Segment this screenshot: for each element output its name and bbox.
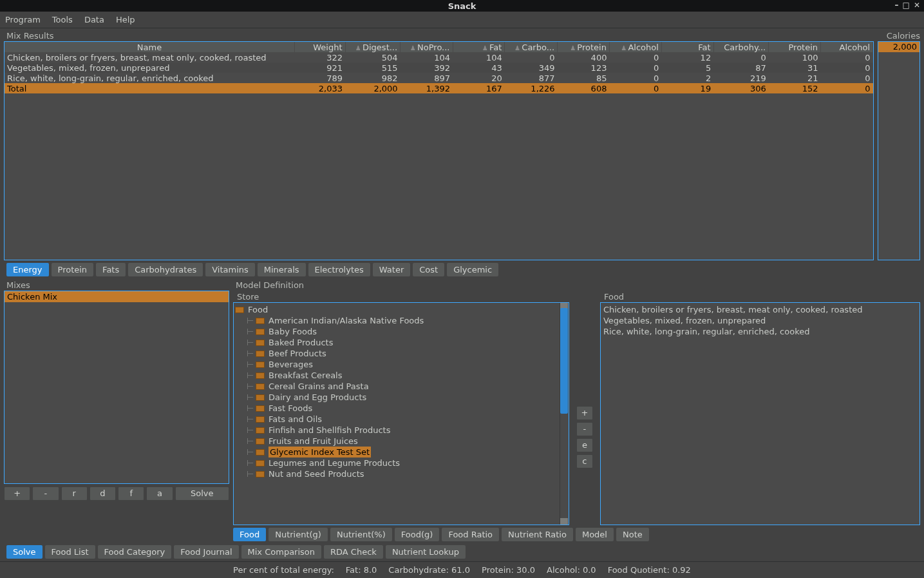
tab-minerals[interactable]: Minerals xyxy=(258,263,306,276)
main-tab-food-journal[interactable]: Food Journal xyxy=(174,545,238,559)
table-row[interactable]: Vegetables, mixed, frozen, unprepared921… xyxy=(5,63,873,73)
food-list-item[interactable]: Vegetables, mixed, frozen, unprepared xyxy=(603,315,917,326)
menu-help[interactable]: Help xyxy=(116,15,135,24)
cell-value: 0 xyxy=(609,52,661,63)
table-row[interactable]: Rice, white, long-grain, regular, enrich… xyxy=(5,73,873,83)
main-tab-nutrient-lookup[interactable]: Nutrient Lookup xyxy=(386,545,466,559)
model-tab-model[interactable]: Model xyxy=(576,528,614,541)
mixes-list[interactable]: Chicken Mix xyxy=(4,291,229,484)
model-tab-foodg[interactable]: Food(g) xyxy=(395,528,440,541)
tree-branch-icon: ⊢ xyxy=(247,326,253,337)
mixes-btn-f[interactable]: f xyxy=(118,486,144,501)
tree-node[interactable]: ⊢Fruits and Fruit Juices xyxy=(235,436,567,447)
tab-electrolytes[interactable]: Electrolytes xyxy=(308,263,370,276)
addrem-btn-e[interactable]: e xyxy=(576,438,593,452)
tab-water[interactable]: Water xyxy=(373,263,410,276)
tree-node[interactable]: ⊢Breakfast Cereals xyxy=(235,370,567,381)
tree-node[interactable]: ⊢Nut and Seed Products xyxy=(235,468,567,479)
main-tab-rda-check[interactable]: RDA Check xyxy=(324,545,383,559)
menu-program[interactable]: Program xyxy=(5,15,41,24)
col-alc-p[interactable]: Alcohol xyxy=(821,42,873,52)
mixes-btn-solve[interactable]: Solve xyxy=(175,486,229,501)
col-fat-p[interactable]: Fat xyxy=(661,42,713,52)
store-tree[interactable]: Food⊢American Indian/Alaska Native Foods… xyxy=(233,302,569,525)
tree-node[interactable]: ⊢Fast Foods xyxy=(235,403,567,414)
close-icon[interactable]: ✕ xyxy=(914,1,920,10)
scroll-down-icon[interactable] xyxy=(560,518,568,525)
addrem-btn-minus[interactable]: - xyxy=(576,422,593,436)
main-tab-food-category[interactable]: Food Category xyxy=(98,545,172,559)
main-tab-mix-comparison[interactable]: Mix Comparison xyxy=(241,545,322,559)
col-weight[interactable]: Weight xyxy=(295,42,346,52)
col-prot-e[interactable]: ♟Protein xyxy=(558,42,610,52)
cell-value: 322 xyxy=(295,52,346,63)
minimize-icon[interactable]: – xyxy=(895,1,899,10)
mix-item-chicken[interactable]: Chicken Mix xyxy=(5,291,229,302)
menu-data[interactable]: Data xyxy=(84,15,104,24)
tree-node[interactable]: ⊢Finfish and Shellfish Products xyxy=(235,425,567,436)
tree-node[interactable]: ⊢Baby Foods xyxy=(235,326,567,337)
tree-node[interactable]: ⊢Cereal Grains and Pasta xyxy=(235,381,567,392)
calories-value[interactable]: 2,000 xyxy=(878,42,919,52)
model-tab-food[interactable]: Food xyxy=(233,528,266,541)
model-tab-nutrientg[interactable]: Nutrient(g) xyxy=(269,528,328,541)
addrem-btn-c[interactable]: c xyxy=(576,454,593,468)
mixes-btn-d[interactable]: d xyxy=(90,486,116,501)
cell-value: 515 xyxy=(345,63,401,73)
food-list[interactable]: Chicken, broilers or fryers, breast, mea… xyxy=(600,302,920,525)
col-alc-e[interactable]: ♟Alcohol xyxy=(609,42,661,52)
tree-node[interactable]: ⊢Beef Products xyxy=(235,348,567,359)
menu-tools[interactable]: Tools xyxy=(52,15,73,24)
mixes-btn-plus[interactable]: + xyxy=(4,486,30,501)
col-nopro[interactable]: ♟NoPro... xyxy=(401,42,453,52)
main-tab-food-list[interactable]: Food List xyxy=(45,545,95,559)
tree-scrollbar[interactable] xyxy=(560,303,569,525)
food-list-item[interactable]: Rice, white, long-grain, regular, enrich… xyxy=(603,326,917,337)
addrem-btn-plus[interactable]: + xyxy=(576,406,593,420)
model-tab-nutrientratio[interactable]: Nutrient Ratio xyxy=(502,528,573,541)
table-row[interactable]: Chicken, broilers or fryers, breast, mea… xyxy=(5,52,873,63)
folder-icon xyxy=(256,318,265,324)
col-prot-p[interactable]: Protein xyxy=(769,42,821,52)
status-prot: Protein: 30.0 xyxy=(482,565,535,575)
mixes-btn-a[interactable]: a xyxy=(146,486,173,501)
tree-node[interactable]: ⊢Fats and Oils xyxy=(235,414,567,425)
tab-energy[interactable]: Energy xyxy=(6,263,49,276)
main-tab-solve[interactable]: Solve xyxy=(6,545,42,559)
col-carbo-e[interactable]: ♟Carbo... xyxy=(505,42,558,52)
status-fat: Fat: 8.0 xyxy=(346,565,377,575)
tree-node[interactable]: ⊢Baked Products xyxy=(235,337,567,348)
tree-branch-icon: ⊢ xyxy=(247,381,253,392)
folder-icon xyxy=(256,372,265,379)
tree-node[interactable]: ⊢Dairy and Egg Products xyxy=(235,392,567,403)
tree-node[interactable]: ⊢Legumes and Legume Products xyxy=(235,458,567,468)
mixes-btn-r[interactable]: r xyxy=(61,486,88,501)
cell-value: 400 xyxy=(558,52,610,63)
model-def-label: Model Definition xyxy=(236,280,920,290)
mix-results-label: Mix Results xyxy=(6,31,874,41)
tree-branch-icon: ⊢ xyxy=(247,425,253,436)
col-name[interactable]: Name xyxy=(5,42,295,52)
maximize-icon[interactable]: □ xyxy=(903,1,910,10)
col-fat-e[interactable]: ♟Fat xyxy=(453,42,505,52)
cell-value: 123 xyxy=(558,63,610,73)
model-tab-nutrient[interactable]: Nutrient(%) xyxy=(330,528,392,541)
tree-root[interactable]: Food xyxy=(248,304,268,315)
mixes-btn-minus[interactable]: - xyxy=(32,486,59,501)
tab-fats[interactable]: Fats xyxy=(96,263,126,276)
tree-branch-icon: ⊢ xyxy=(247,359,253,370)
model-tab-note[interactable]: Note xyxy=(616,528,649,541)
model-tab-foodratio[interactable]: Food Ratio xyxy=(442,528,499,541)
tab-glycemic[interactable]: Glycemic xyxy=(447,263,498,276)
tab-vitamins[interactable]: Vitamins xyxy=(205,263,255,276)
food-list-item[interactable]: Chicken, broilers or fryers, breast, mea… xyxy=(603,304,917,315)
tree-node[interactable]: ⊢Glycemic Index Test Set xyxy=(235,447,567,458)
tree-node[interactable]: ⊢American Indian/Alaska Native Foods xyxy=(235,315,567,326)
col-carbohy-p[interactable]: Carbohy... xyxy=(713,42,769,52)
scroll-thumb[interactable] xyxy=(560,308,568,414)
col-digest[interactable]: ♟Digest... xyxy=(345,42,401,52)
tab-protein[interactable]: Protein xyxy=(52,263,94,276)
tab-carbohydrates[interactable]: Carbohydrates xyxy=(128,263,203,276)
tab-cost[interactable]: Cost xyxy=(413,263,444,276)
tree-node[interactable]: ⊢Beverages xyxy=(235,359,567,370)
